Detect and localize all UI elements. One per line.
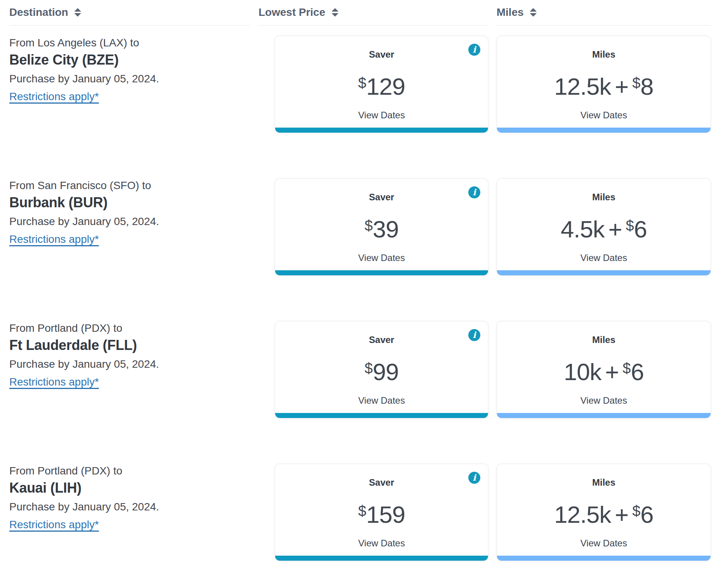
fare-type-label: Miles — [497, 334, 711, 346]
view-dates-button[interactable]: View Dates — [497, 395, 711, 406]
restrictions-link[interactable]: Restrictions apply* — [9, 375, 99, 389]
miles-cell: Miles 12.5k+$8 View Dates — [497, 36, 711, 133]
origin-text: From Portland (PDX) to — [9, 464, 250, 478]
view-dates-button[interactable]: View Dates — [497, 537, 711, 549]
view-dates-button[interactable]: View Dates — [275, 109, 488, 121]
sort-icon[interactable] — [332, 8, 338, 17]
currency-symbol: $ — [632, 503, 640, 519]
miles-price: 4.5k+$6 — [497, 212, 711, 244]
restrictions-link[interactable]: Restrictions apply* — [9, 232, 99, 247]
miles-price: 12.5k+$8 — [497, 69, 711, 101]
destination-name: Kauai (LIH) — [9, 478, 250, 498]
view-dates-button[interactable]: View Dates — [275, 537, 488, 549]
table-header-row: Destination Lowest Price Miles — [9, 0, 711, 26]
sort-icon[interactable] — [530, 8, 537, 17]
table-row: From San Francisco (SFO) to Burbank (BUR… — [9, 168, 711, 311]
miles-amount: 10k — [564, 358, 601, 385]
column-header-label[interactable]: Miles — [497, 6, 524, 19]
view-dates-button[interactable]: View Dates — [497, 109, 711, 121]
column-header-label[interactable]: Lowest Price — [259, 6, 325, 19]
column-header-miles[interactable]: Miles — [497, 0, 711, 26]
purchase-by-text: Purchase by January 05, 2024. — [9, 72, 250, 86]
view-dates-button[interactable]: View Dates — [275, 252, 488, 264]
fare-price: $129 — [275, 69, 488, 101]
miles-fare-card[interactable]: Miles 12.5k+$8 View Dates — [497, 36, 711, 133]
column-header-lowest-price[interactable]: Lowest Price — [259, 0, 488, 26]
fare-price: $39 — [275, 212, 488, 244]
fare-type-label: Saver — [275, 334, 488, 346]
view-dates-button[interactable]: View Dates — [497, 252, 711, 264]
destination-cell: From Portland (PDX) to Ft Lauderdale (FL… — [9, 321, 250, 418]
saver-fare-card[interactable]: i Saver $129 View Dates — [275, 36, 488, 133]
destination-cell: From San Francisco (SFO) to Burbank (BUR… — [9, 178, 250, 276]
purchase-by-text: Purchase by January 05, 2024. — [9, 214, 250, 229]
column-header-label[interactable]: Destination — [9, 6, 68, 19]
info-icon[interactable]: i — [468, 186, 480, 198]
destination-cell: From Portland (PDX) to Kauai (LIH) Purch… — [9, 464, 250, 561]
info-icon[interactable]: i — [468, 472, 480, 484]
purchase-by-text: Purchase by January 05, 2024. — [9, 357, 250, 372]
destination-cell: From Los Angeles (LAX) to Belize City (B… — [9, 36, 250, 133]
table-row: From Portland (PDX) to Kauai (LIH) Purch… — [9, 454, 711, 562]
purchase-by-text: Purchase by January 05, 2024. — [9, 500, 250, 514]
lowest-price-cell: i Saver $99 View Dates — [259, 321, 488, 418]
currency-symbol: $ — [358, 503, 366, 519]
restrictions-link[interactable]: Restrictions apply* — [9, 517, 99, 532]
saver-accent-bar — [275, 413, 488, 418]
miles-fare-card[interactable]: Miles 4.5k+$6 View Dates — [497, 178, 711, 276]
miles-fare-card[interactable]: Miles 12.5k+$6 View Dates — [497, 464, 711, 561]
lowest-price-cell: i Saver $39 View Dates — [259, 178, 488, 276]
fare-type-label: Miles — [497, 477, 711, 488]
miles-price: 10k+$6 — [497, 354, 711, 386]
currency-symbol: $ — [626, 218, 634, 234]
column-header-destination[interactable]: Destination — [9, 0, 250, 26]
miles-price: 12.5k+$6 — [497, 497, 711, 529]
fare-type-label: Miles — [497, 191, 711, 203]
taxes-amount: 6 — [640, 501, 653, 528]
fare-deals-table: Destination Lowest Price Miles From Los … — [0, 0, 728, 562]
miles-cell: Miles 10k+$6 View Dates — [497, 321, 711, 418]
saver-accent-bar — [275, 556, 488, 561]
miles-cell: Miles 12.5k+$6 View Dates — [497, 464, 711, 561]
taxes-amount: 6 — [634, 216, 647, 242]
saver-fare-card[interactable]: i Saver $159 View Dates — [275, 464, 488, 561]
saver-fare-card[interactable]: i Saver $99 View Dates — [275, 321, 488, 418]
plus-sign: + — [615, 73, 628, 100]
info-icon[interactable]: i — [468, 329, 480, 341]
currency-symbol: $ — [364, 360, 373, 377]
taxes-amount: 6 — [631, 358, 643, 385]
miles-cell: Miles 4.5k+$6 View Dates — [497, 178, 711, 276]
miles-fare-card[interactable]: Miles 10k+$6 View Dates — [497, 321, 711, 418]
destination-name: Ft Lauderdale (FLL) — [9, 336, 250, 355]
price-amount: 159 — [366, 501, 405, 528]
plus-sign: + — [615, 501, 628, 528]
destination-name: Belize City (BZE) — [9, 50, 250, 70]
info-icon[interactable]: i — [468, 44, 480, 56]
lowest-price-cell: i Saver $159 View Dates — [259, 464, 488, 561]
destination-name: Burbank (BUR) — [9, 193, 250, 212]
currency-symbol: $ — [364, 218, 373, 234]
fare-price: $99 — [275, 354, 488, 386]
lowest-price-cell: i Saver $129 View Dates — [259, 36, 488, 133]
price-amount: 99 — [373, 358, 399, 385]
origin-text: From San Francisco (SFO) to — [9, 178, 250, 193]
table-row: From Los Angeles (LAX) to Belize City (B… — [9, 26, 711, 168]
view-dates-button[interactable]: View Dates — [275, 395, 488, 406]
fare-price: $159 — [275, 497, 488, 529]
miles-accent-bar — [497, 128, 711, 133]
fare-type-label: Saver — [275, 49, 488, 60]
restrictions-link[interactable]: Restrictions apply* — [9, 89, 99, 104]
plus-sign: + — [605, 358, 619, 385]
miles-amount: 4.5k — [561, 216, 604, 242]
currency-symbol: $ — [358, 75, 366, 91]
price-amount: 39 — [373, 216, 399, 242]
sort-icon[interactable] — [74, 8, 81, 17]
miles-amount: 12.5k — [554, 73, 611, 100]
plus-sign: + — [608, 216, 622, 242]
fare-type-label: Saver — [275, 191, 488, 203]
fare-type-label: Saver — [275, 477, 488, 488]
saver-fare-card[interactable]: i Saver $39 View Dates — [275, 178, 488, 276]
currency-symbol: $ — [632, 75, 640, 91]
table-row: From Portland (PDX) to Ft Lauderdale (FL… — [9, 311, 711, 454]
origin-text: From Los Angeles (LAX) to — [9, 36, 250, 50]
